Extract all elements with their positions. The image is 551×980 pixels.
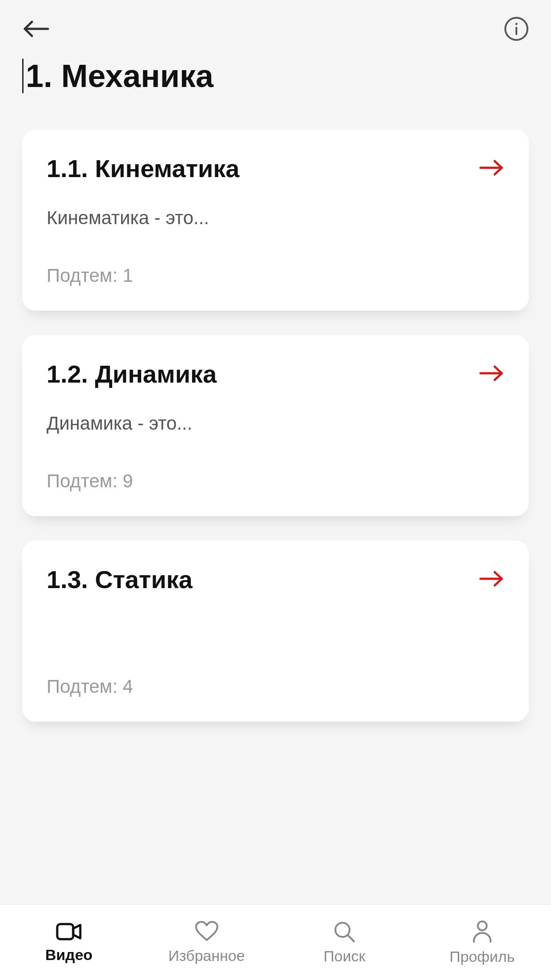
svg-point-11 [478,921,487,930]
svg-point-2 [516,23,518,25]
nav-profile[interactable]: Профиль [413,920,551,965]
topic-subcount: Подтем: 1 [47,265,504,286]
topic-list: 1.1. Кинематика Кинематика - это... Подт… [0,121,551,905]
arrow-left-icon [22,20,51,38]
bottom-nav: Видео Избранное Поиск Профиль [0,905,551,980]
back-button[interactable] [22,13,53,44]
heart-icon [194,921,219,943]
topic-description [47,618,504,640]
nav-search-label: Поиск [323,948,365,965]
topic-card-kinematics[interactable]: 1.1. Кинематика Кинематика - это... Подт… [22,130,529,311]
person-icon [471,920,493,944]
arrow-right-icon [479,159,504,178]
page-title: 1. Механика [22,58,529,94]
topic-title: 1.3. Статика [47,565,193,594]
topic-title: 1.2. Динамика [47,360,216,388]
topic-description: Кинематика - это... [47,207,504,229]
svg-marker-8 [73,925,80,938]
arrow-right-icon [479,365,504,383]
nav-profile-label: Профиль [449,948,515,965]
nav-video[interactable]: Видео [0,921,138,964]
search-icon [333,920,356,943]
svg-line-10 [348,935,354,941]
nav-favorites-label: Избранное [169,947,245,964]
topic-subcount: Подтем: 9 [47,470,504,492]
svg-rect-7 [57,924,73,939]
nav-search[interactable]: Поиск [276,920,413,965]
topic-card-dynamics[interactable]: 1.2. Динамика Динамика - это... Подтем: … [22,335,529,516]
nav-video-label: Видео [45,946,93,964]
info-icon [504,16,529,41]
topic-title: 1.1. Кинематика [47,154,240,183]
topic-card-statics[interactable]: 1.3. Статика Подтем: 4 [22,541,529,722]
info-button[interactable] [498,13,529,44]
topic-subcount: Подтем: 4 [47,676,504,697]
video-icon [55,921,82,942]
nav-favorites[interactable]: Избранное [138,921,276,964]
topic-description: Динамика - это... [47,413,504,435]
arrow-right-icon [479,570,504,589]
